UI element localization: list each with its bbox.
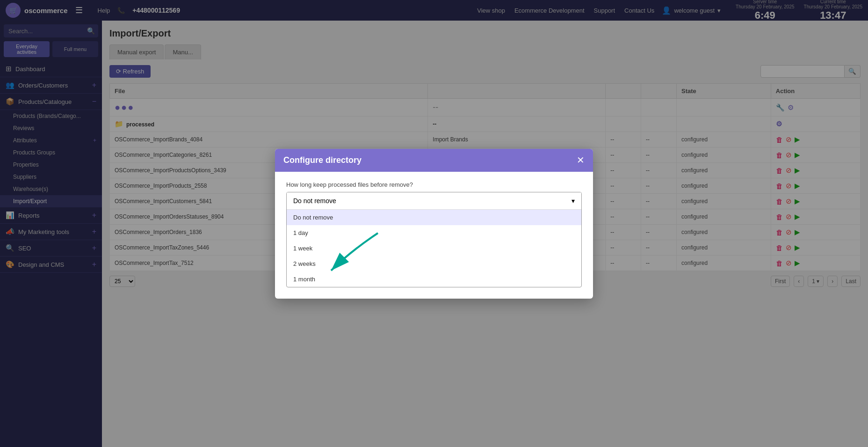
dropdown-option-2-weeks[interactable]: 2 weeks bbox=[287, 256, 581, 271]
modal-overlay[interactable]: Configure directory ✕ How long keep proc… bbox=[0, 0, 868, 447]
dropdown-options: Do not remove 1 day 1 week 2 weeks 1 mon… bbox=[287, 210, 581, 287]
dropdown-option-1-month[interactable]: 1 month bbox=[287, 271, 581, 287]
modal-header: Configure directory ✕ bbox=[275, 149, 593, 172]
dropdown-option-1-week[interactable]: 1 week bbox=[287, 241, 581, 256]
selected-text: Do not remove bbox=[293, 197, 336, 205]
modal-title: Configure directory bbox=[283, 155, 362, 165]
modal-close-button[interactable]: ✕ bbox=[577, 155, 585, 165]
dropdown-selected-value[interactable]: Do not remove ▾ bbox=[287, 192, 581, 210]
modal-question-label: How long keep processed files before rem… bbox=[286, 181, 582, 188]
configure-directory-modal: Configure directory ✕ How long keep proc… bbox=[275, 149, 593, 299]
modal-body: How long keep processed files before rem… bbox=[275, 172, 593, 299]
dropdown-option-1-day[interactable]: 1 day bbox=[287, 225, 581, 241]
chevron-down-icon: ▾ bbox=[571, 197, 575, 205]
dropdown-option-do-not-remove[interactable]: Do not remove bbox=[287, 210, 581, 225]
keep-files-dropdown[interactable]: Do not remove ▾ Do not remove 1 day 1 we… bbox=[286, 192, 582, 287]
